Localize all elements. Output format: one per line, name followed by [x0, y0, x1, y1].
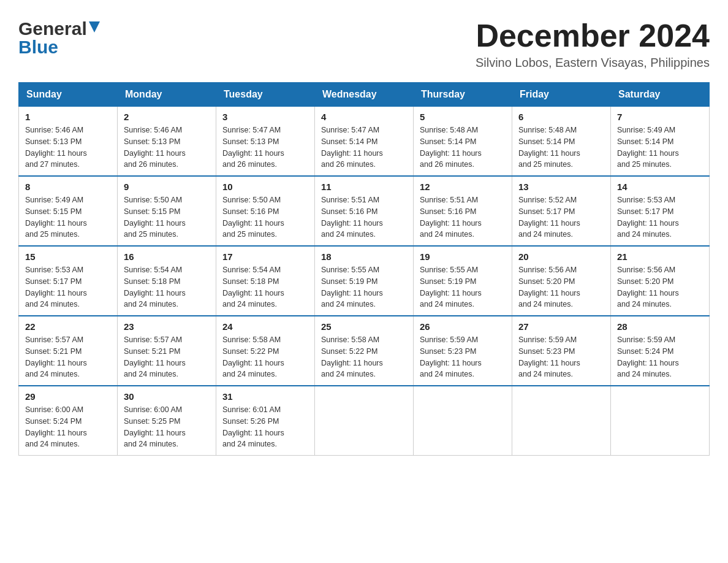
calendar-cell: 14Sunrise: 5:53 AMSunset: 5:17 PMDayligh… — [611, 176, 710, 246]
day-number: 1 — [25, 112, 111, 122]
day-info: Sunrise: 5:54 AMSunset: 5:18 PMDaylight:… — [124, 264, 210, 310]
day-info: Sunrise: 5:53 AMSunset: 5:17 PMDaylight:… — [25, 264, 111, 310]
calendar-cell: 20Sunrise: 5:56 AMSunset: 5:20 PMDayligh… — [512, 246, 611, 316]
calendar-cell: 5Sunrise: 5:48 AMSunset: 5:14 PMDaylight… — [414, 107, 512, 177]
day-number: 9 — [124, 182, 210, 192]
calendar-location: Silvino Lobos, Eastern Visayas, Philippi… — [476, 56, 710, 70]
logo-general-text: General — [18, 18, 87, 39]
day-number: 20 — [518, 251, 604, 262]
day-info: Sunrise: 5:58 AMSunset: 5:22 PMDaylight:… — [321, 334, 407, 380]
calendar-cell: 12Sunrise: 5:51 AMSunset: 5:16 PMDayligh… — [414, 176, 512, 246]
calendar-cell: 11Sunrise: 5:51 AMSunset: 5:16 PMDayligh… — [315, 176, 414, 246]
day-info: Sunrise: 5:47 AMSunset: 5:14 PMDaylight:… — [321, 124, 407, 170]
day-number: 6 — [518, 112, 604, 122]
weekday-header-monday: Monday — [118, 83, 216, 107]
calendar-cell — [512, 386, 611, 456]
calendar-cell: 7Sunrise: 5:49 AMSunset: 5:14 PMDaylight… — [611, 107, 710, 177]
logo: General Blue — [18, 18, 100, 58]
weekday-header-saturday: Saturday — [611, 83, 710, 107]
logo-triangle-icon — [89, 21, 100, 33]
day-info: Sunrise: 5:59 AMSunset: 5:24 PMDaylight:… — [617, 334, 703, 380]
day-info: Sunrise: 6:00 AMSunset: 5:24 PMDaylight:… — [25, 404, 111, 450]
day-number: 7 — [617, 112, 703, 122]
day-info: Sunrise: 5:54 AMSunset: 5:18 PMDaylight:… — [222, 264, 308, 310]
day-number: 2 — [124, 112, 210, 122]
calendar-cell: 25Sunrise: 5:58 AMSunset: 5:22 PMDayligh… — [315, 316, 414, 386]
day-info: Sunrise: 5:48 AMSunset: 5:14 PMDaylight:… — [518, 124, 604, 170]
calendar-cell: 15Sunrise: 5:53 AMSunset: 5:17 PMDayligh… — [19, 246, 118, 316]
calendar-cell: 29Sunrise: 6:00 AMSunset: 5:24 PMDayligh… — [19, 386, 118, 456]
day-info: Sunrise: 5:51 AMSunset: 5:16 PMDaylight:… — [321, 194, 407, 240]
day-number: 10 — [222, 182, 308, 192]
day-number: 13 — [518, 182, 604, 192]
day-number: 3 — [222, 112, 308, 122]
day-number: 23 — [124, 321, 210, 332]
calendar-cell: 4Sunrise: 5:47 AMSunset: 5:14 PMDaylight… — [315, 107, 414, 177]
calendar-cell: 17Sunrise: 5:54 AMSunset: 5:18 PMDayligh… — [216, 246, 315, 316]
day-number: 26 — [420, 321, 506, 332]
calendar-week-row: 8Sunrise: 5:49 AMSunset: 5:15 PMDaylight… — [19, 176, 710, 246]
weekday-header-sunday: Sunday — [19, 83, 118, 107]
weekday-header-wednesday: Wednesday — [315, 83, 414, 107]
calendar-table: SundayMondayTuesdayWednesdayThursdayFrid… — [18, 82, 710, 456]
day-info: Sunrise: 6:00 AMSunset: 5:25 PMDaylight:… — [124, 404, 210, 450]
calendar-cell: 18Sunrise: 5:55 AMSunset: 5:19 PMDayligh… — [315, 246, 414, 316]
day-info: Sunrise: 5:57 AMSunset: 5:21 PMDaylight:… — [25, 334, 111, 380]
day-number: 22 — [25, 321, 111, 332]
calendar-cell — [315, 386, 414, 456]
day-info: Sunrise: 5:55 AMSunset: 5:19 PMDaylight:… — [321, 264, 407, 310]
calendar-cell: 8Sunrise: 5:49 AMSunset: 5:15 PMDaylight… — [19, 176, 118, 246]
day-info: Sunrise: 5:57 AMSunset: 5:21 PMDaylight:… — [124, 334, 210, 380]
day-info: Sunrise: 5:58 AMSunset: 5:22 PMDaylight:… — [222, 334, 308, 380]
page-header: General Blue December 2024 Silvino Lobos… — [18, 18, 710, 70]
day-number: 4 — [321, 112, 407, 122]
calendar-cell: 30Sunrise: 6:00 AMSunset: 5:25 PMDayligh… — [118, 386, 216, 456]
calendar-cell: 1Sunrise: 5:46 AMSunset: 5:13 PMDaylight… — [19, 107, 118, 177]
calendar-cell: 21Sunrise: 5:56 AMSunset: 5:20 PMDayligh… — [611, 246, 710, 316]
calendar-week-row: 22Sunrise: 5:57 AMSunset: 5:21 PMDayligh… — [19, 316, 710, 386]
day-number: 24 — [222, 321, 308, 332]
day-number: 12 — [420, 182, 506, 192]
calendar-cell: 6Sunrise: 5:48 AMSunset: 5:14 PMDaylight… — [512, 107, 611, 177]
logo-blue-text: Blue — [18, 37, 58, 58]
day-info: Sunrise: 5:47 AMSunset: 5:13 PMDaylight:… — [222, 124, 308, 170]
day-info: Sunrise: 5:53 AMSunset: 5:17 PMDaylight:… — [617, 194, 703, 240]
calendar-cell: 27Sunrise: 5:59 AMSunset: 5:23 PMDayligh… — [512, 316, 611, 386]
weekday-header-tuesday: Tuesday — [216, 83, 315, 107]
day-number: 17 — [222, 251, 308, 262]
day-info: Sunrise: 5:50 AMSunset: 5:15 PMDaylight:… — [124, 194, 210, 240]
calendar-cell — [414, 386, 512, 456]
calendar-cell: 3Sunrise: 5:47 AMSunset: 5:13 PMDaylight… — [216, 107, 315, 177]
day-number: 11 — [321, 182, 407, 192]
day-number: 15 — [25, 251, 111, 262]
day-number: 31 — [222, 391, 308, 402]
day-number: 14 — [617, 182, 703, 192]
day-number: 16 — [124, 251, 210, 262]
day-number: 18 — [321, 251, 407, 262]
calendar-title: December 2024 — [476, 18, 710, 53]
day-info: Sunrise: 5:49 AMSunset: 5:14 PMDaylight:… — [617, 124, 703, 170]
calendar-cell: 10Sunrise: 5:50 AMSunset: 5:16 PMDayligh… — [216, 176, 315, 246]
calendar-cell: 24Sunrise: 5:58 AMSunset: 5:22 PMDayligh… — [216, 316, 315, 386]
day-info: Sunrise: 5:48 AMSunset: 5:14 PMDaylight:… — [420, 124, 506, 170]
calendar-cell: 23Sunrise: 5:57 AMSunset: 5:21 PMDayligh… — [118, 316, 216, 386]
calendar-cell: 19Sunrise: 5:55 AMSunset: 5:19 PMDayligh… — [414, 246, 512, 316]
day-number: 19 — [420, 251, 506, 262]
day-info: Sunrise: 5:46 AMSunset: 5:13 PMDaylight:… — [25, 124, 111, 170]
calendar-cell: 22Sunrise: 5:57 AMSunset: 5:21 PMDayligh… — [19, 316, 118, 386]
calendar-cell: 16Sunrise: 5:54 AMSunset: 5:18 PMDayligh… — [118, 246, 216, 316]
calendar-cell: 9Sunrise: 5:50 AMSunset: 5:15 PMDaylight… — [118, 176, 216, 246]
calendar-cell: 13Sunrise: 5:52 AMSunset: 5:17 PMDayligh… — [512, 176, 611, 246]
day-number: 21 — [617, 251, 703, 262]
day-info: Sunrise: 5:50 AMSunset: 5:16 PMDaylight:… — [222, 194, 308, 240]
day-number: 30 — [124, 391, 210, 402]
day-number: 29 — [25, 391, 111, 402]
calendar-week-row: 1Sunrise: 5:46 AMSunset: 5:13 PMDaylight… — [19, 107, 710, 177]
day-info: Sunrise: 5:46 AMSunset: 5:13 PMDaylight:… — [124, 124, 210, 170]
weekday-header-friday: Friday — [512, 83, 611, 107]
calendar-cell — [611, 386, 710, 456]
day-number: 8 — [25, 182, 111, 192]
calendar-cell: 26Sunrise: 5:59 AMSunset: 5:23 PMDayligh… — [414, 316, 512, 386]
day-info: Sunrise: 5:51 AMSunset: 5:16 PMDaylight:… — [420, 194, 506, 240]
day-info: Sunrise: 5:56 AMSunset: 5:20 PMDaylight:… — [518, 264, 604, 310]
